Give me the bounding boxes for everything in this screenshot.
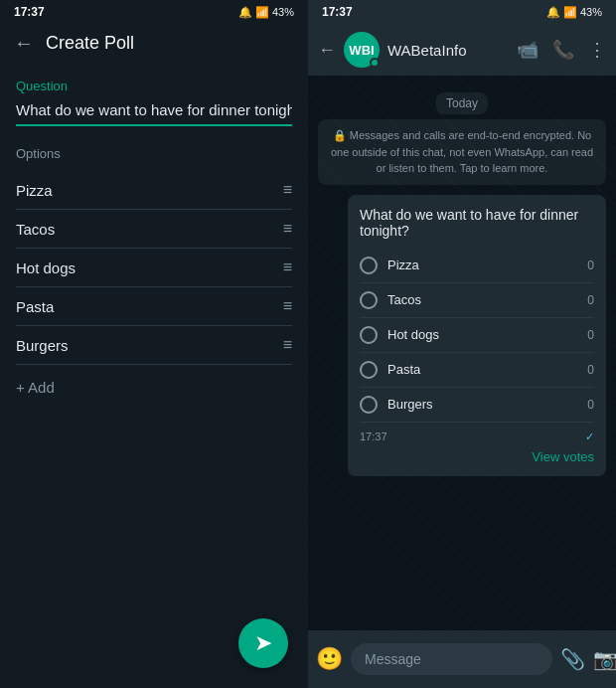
option-text: Burgers <box>16 337 275 354</box>
option-text: Pizza <box>16 182 275 199</box>
chat-name: WABetaInfo <box>387 42 509 59</box>
poll-vote-count: 0 <box>587 258 594 272</box>
send-fab[interactable]: ➤ <box>238 618 288 668</box>
chat-back-icon[interactable]: ← <box>318 40 336 61</box>
left-status-bar: 17:37 🔔 📶 43% <box>0 0 308 24</box>
poll-vote-count: 0 <box>587 293 594 307</box>
date-badge: Today <box>318 93 606 111</box>
poll-option-label: Burgers <box>387 397 577 412</box>
poll-bubble: What do we want to have for dinner tonig… <box>348 195 606 476</box>
alarm-icon: 🔔 <box>546 6 560 19</box>
poll-option[interactable]: Burgers 0 <box>360 388 594 423</box>
option-text: Tacos <box>16 221 275 238</box>
poll-option-label: Pizza <box>387 258 577 272</box>
message-input-bar: 🙂 📎 📷 🎤 <box>308 630 616 688</box>
left-status-icons: 🔔 📶 43% <box>238 6 294 19</box>
create-poll-panel: 17:37 🔔 📶 43% ← Create Poll Question Opt… <box>0 0 308 688</box>
attachment-icon[interactable]: 📎 <box>560 647 585 671</box>
option-text: Hot dogs <box>16 259 275 276</box>
video-call-icon[interactable]: 📹 <box>517 39 539 61</box>
alarm-icon: 🔔 <box>238 6 252 19</box>
view-votes-button[interactable]: View votes <box>360 449 594 464</box>
signal-icon: 📶 <box>255 6 269 19</box>
poll-option-label: Tacos <box>387 292 577 307</box>
left-time: 17:37 <box>14 5 45 19</box>
drag-icon[interactable]: ≡ <box>283 181 292 199</box>
poll-option[interactable]: Hot dogs 0 <box>360 318 594 353</box>
poll-option-label: Hot dogs <box>387 327 577 342</box>
radio-circle <box>360 257 378 274</box>
question-label: Question <box>16 79 292 93</box>
poll-form: Question Options Pizza ≡ Tacos ≡ Hot dog… <box>0 63 308 688</box>
battery-icon: 43% <box>580 6 602 18</box>
emoji-icon[interactable]: 🙂 <box>316 646 343 672</box>
poll-option[interactable]: Pizza 0 <box>360 249 594 283</box>
radio-circle <box>360 361 378 379</box>
send-icon: ➤ <box>254 630 272 656</box>
chat-header: ← WBI WABetaInfo 📹 📞 ⋮ <box>308 24 616 76</box>
drag-icon[interactable]: ≡ <box>283 220 292 238</box>
back-arrow-icon[interactable]: ← <box>14 32 34 55</box>
create-poll-topbar: ← Create Poll <box>0 24 308 63</box>
date-label: Today <box>436 92 488 114</box>
options-label: Options <box>16 146 292 161</box>
camera-icon[interactable]: 📷 <box>593 647 616 671</box>
option-row: Pasta ≡ <box>16 287 292 326</box>
right-status-bar: 17:37 🔔 📶 43% <box>308 0 616 24</box>
option-row: Hot dogs ≡ <box>16 249 292 287</box>
drag-icon[interactable]: ≡ <box>283 258 292 276</box>
poll-option[interactable]: Tacos 0 <box>360 283 594 318</box>
drag-icon[interactable]: ≡ <box>283 297 292 315</box>
right-status-icons: 🔔 📶 43% <box>546 6 602 19</box>
option-row: Pizza ≡ <box>16 171 292 210</box>
header-action-icons: 📹 📞 ⋮ <box>517 39 606 61</box>
radio-circle <box>360 396 378 414</box>
more-options-icon[interactable]: ⋮ <box>588 39 606 61</box>
message-input[interactable] <box>351 643 552 675</box>
create-poll-title: Create Poll <box>46 33 134 54</box>
option-row: Tacos ≡ <box>16 210 292 249</box>
poll-footer: 17:37 ✓ <box>360 430 594 443</box>
online-dot <box>370 58 380 68</box>
voice-call-icon[interactable]: 📞 <box>552 39 574 61</box>
poll-vote-count: 0 <box>587 328 594 342</box>
poll-option-label: Pasta <box>387 362 577 377</box>
poll-time: 17:37 <box>360 430 387 442</box>
option-text: Pasta <box>16 298 275 315</box>
battery-icon: 43% <box>272 6 294 18</box>
radio-circle <box>360 291 378 309</box>
e2e-notice[interactable]: 🔒 Messages and calls are end-to-end encr… <box>318 119 606 185</box>
radio-circle <box>360 326 378 344</box>
right-time: 17:37 <box>322 5 353 19</box>
read-receipt-icon: ✓ <box>585 430 594 443</box>
chat-body: Today 🔒 Messages and calls are end-to-en… <box>308 76 616 630</box>
chat-panel: 17:37 🔔 📶 43% ← WBI WABetaInfo 📹 📞 ⋮ Tod… <box>308 0 616 688</box>
add-option-button[interactable]: + Add <box>16 365 292 396</box>
add-label: + Add <box>16 379 55 396</box>
option-row: Burgers ≡ <box>16 326 292 365</box>
question-input[interactable] <box>16 99 292 126</box>
avatar: WBI <box>344 32 380 68</box>
signal-icon: 📶 <box>563 6 577 19</box>
poll-question: What do we want to have for dinner tonig… <box>360 207 594 239</box>
poll-option[interactable]: Pasta 0 <box>360 353 594 388</box>
poll-vote-count: 0 <box>587 363 594 377</box>
poll-vote-count: 0 <box>587 398 594 412</box>
drag-icon[interactable]: ≡ <box>283 336 292 354</box>
